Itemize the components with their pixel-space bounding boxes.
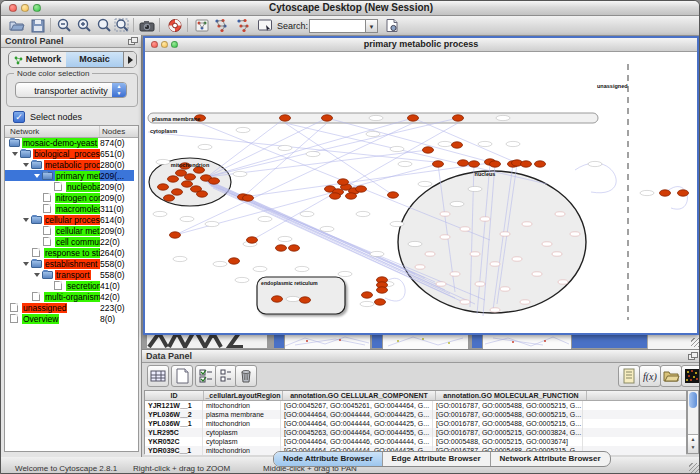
network-node[interactable] <box>168 176 179 182</box>
network-node[interactable] <box>280 115 291 121</box>
float-panel-icon[interactable] <box>128 37 137 45</box>
unselect-attributes-icon[interactable] <box>215 365 237 387</box>
tree-row-establishment-of-lo[interactable]: establishment of lo558(0) <box>5 258 134 269</box>
network-node[interactable] <box>229 258 240 264</box>
tree-col-nodes[interactable]: Nodes <box>99 126 138 137</box>
network-node[interactable] <box>678 190 689 196</box>
table-row[interactable]: YPL036W__1mitochondrion[GO:0044464, GO:0… <box>145 419 686 428</box>
network-node[interactable] <box>388 192 399 198</box>
tree-row-transport[interactable]: transport558(0) <box>5 269 134 280</box>
tab-edge-attribute-browser[interactable]: Edge Attribute Browser <box>383 452 491 466</box>
save-icon[interactable] <box>30 18 46 33</box>
expand-triangle-icon[interactable] <box>23 163 29 167</box>
tab-mosaic[interactable]: Mosaic <box>66 52 123 67</box>
tree-row-nucleobase-[interactable]: nucleobase-209(0) <box>5 181 134 192</box>
scrollbar-arrows[interactable]: ▲▼ <box>688 434 698 453</box>
network-node[interactable] <box>272 296 283 302</box>
network-node[interactable] <box>452 142 463 148</box>
tree-row-cellular-metabo[interactable]: cellular metabo209(0) <box>5 225 134 236</box>
zoom-in-icon[interactable] <box>76 18 92 33</box>
zoom-fit-icon[interactable] <box>114 18 130 33</box>
import-network-icon[interactable] <box>194 18 210 33</box>
network-selection-icon-1[interactable] <box>213 18 229 33</box>
tree-row-multi-organism-pro[interactable]: multi-organism pro42(0) <box>5 291 134 302</box>
network-node[interactable] <box>209 178 220 184</box>
network-node[interactable] <box>158 184 169 190</box>
search-settings-icon[interactable] <box>384 18 400 33</box>
network-node[interactable] <box>172 189 183 195</box>
network-node[interactable] <box>535 161 546 167</box>
network-node[interactable] <box>356 186 367 192</box>
tree-row-cellular-process[interactable]: cellular process614(0) <box>5 214 134 225</box>
table-column-header[interactable]: ID <box>145 391 204 400</box>
tree-row-overview[interactable]: Overview8(0) <box>5 313 134 324</box>
select-attributes-icon[interactable] <box>195 365 217 387</box>
zoom-selected-icon[interactable] <box>96 18 112 33</box>
tree-row-secretion[interactable]: secretion41(0) <box>5 280 134 291</box>
network-canvas[interactable]: plasma membrane cytoplasm mitochondrion … <box>145 52 697 333</box>
expand-triangle-icon[interactable] <box>23 218 29 222</box>
resize-grip[interactable] <box>689 463 700 474</box>
tab-network[interactable]: Network <box>9 52 66 67</box>
network-node[interactable] <box>346 193 357 199</box>
network-node[interactable] <box>182 181 193 187</box>
tab-network-attribute-browser[interactable]: Network Attribute Browser <box>491 452 610 466</box>
table-row[interactable]: YPL036W__2plasma membrane[GO:0044464, GO… <box>145 410 686 419</box>
expand-triangle-icon[interactable] <box>34 174 40 178</box>
network-node[interactable] <box>375 299 386 305</box>
report-icon[interactable] <box>618 365 640 387</box>
network-node[interactable] <box>338 179 349 185</box>
network-node[interactable] <box>433 161 444 167</box>
help-lifesaver-icon[interactable] <box>167 18 183 33</box>
zoom-out-icon[interactable] <box>56 18 72 33</box>
table-row[interactable]: YKR052Ccytoplasm[GO:0044464, GO:0044446,… <box>145 437 686 446</box>
network-node[interactable] <box>330 193 341 199</box>
network-node[interactable] <box>423 147 434 153</box>
network-node[interactable] <box>170 232 181 238</box>
tree-row-unassigned[interactable]: unassigned223(0) <box>5 302 134 313</box>
attribute-table-icon[interactable] <box>147 365 169 387</box>
tree-row-macromolecule[interactable]: macromolecule311(0) <box>5 203 134 214</box>
network-node[interactable] <box>197 191 208 197</box>
network-node[interactable] <box>247 237 258 243</box>
expand-triangle-icon[interactable] <box>12 152 18 156</box>
network-node[interactable] <box>322 115 333 121</box>
import-attributes-folder-icon[interactable] <box>660 365 682 387</box>
select-panel-icon[interactable] <box>257 18 273 33</box>
table-row[interactable]: YLR295Ccytoplasm[GO:0045263, GO:0044464,… <box>145 428 686 437</box>
network-node[interactable] <box>408 115 419 121</box>
function-icon[interactable]: f(x) <box>639 365 661 387</box>
network-node[interactable] <box>660 190 671 196</box>
resize-grip[interactable] <box>691 338 700 347</box>
table-scrollbar[interactable]: ▲▼ <box>687 390 699 454</box>
network-node[interactable] <box>490 161 501 167</box>
tab-node-attribute-browser[interactable]: Node Attribute Browser <box>274 452 383 466</box>
matrix-icon[interactable] <box>681 365 700 387</box>
network-node[interactable] <box>289 245 300 251</box>
more-tabs-arrow[interactable] <box>123 52 136 67</box>
table-column-header[interactable]: _cellularLayoutRegion <box>204 391 283 400</box>
scrollbar-thumb[interactable] <box>689 392 697 408</box>
network-node[interactable] <box>276 245 287 251</box>
tree-row-nitrogen-compo[interactable]: nitrogen compo209(0) <box>5 192 134 203</box>
network-node[interactable] <box>300 297 311 303</box>
network-node[interactable] <box>453 115 464 121</box>
float-panel-icon[interactable] <box>688 352 697 360</box>
tree-row-biological-process[interactable]: biological_process651(0) <box>5 148 134 159</box>
tree-row-primary-metabo[interactable]: primary metabo209(... <box>5 170 134 181</box>
network-node[interactable] <box>185 174 196 180</box>
table-column-header[interactable]: annotation.GO CELLULAR_COMPONENT <box>283 391 436 400</box>
network-node[interactable] <box>469 161 480 167</box>
delete-attribute-trash-icon[interactable] <box>235 365 257 387</box>
tree-row-mosaic-demo-yeast[interactable]: mosaic-demo-yeast874(0) <box>5 137 134 148</box>
expand-triangle-icon[interactable] <box>34 273 40 277</box>
snapshot-camera-icon[interactable] <box>139 18 155 33</box>
search-input[interactable] <box>309 19 367 33</box>
network-node[interactable] <box>458 160 469 166</box>
node-color-dropdown[interactable]: transporter activity ▲▼ <box>15 82 127 98</box>
network-selection-icon-2[interactable] <box>235 18 251 33</box>
network-node[interactable] <box>377 287 388 293</box>
network-node[interactable] <box>164 195 175 201</box>
tree-row-cell-communicat[interactable]: cell communicat22(0) <box>5 236 134 247</box>
network-node[interactable] <box>362 292 373 298</box>
